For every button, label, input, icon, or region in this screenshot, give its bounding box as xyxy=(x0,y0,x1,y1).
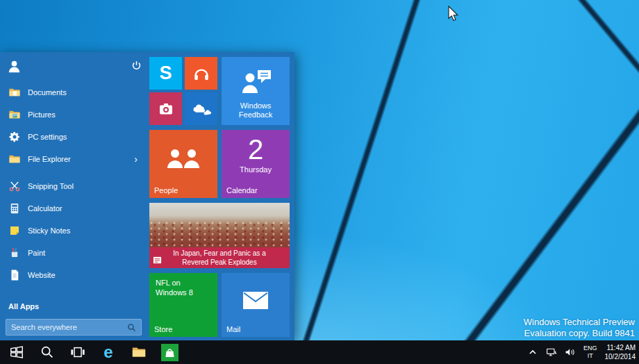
tile-music-preview[interactable] xyxy=(185,57,217,90)
wallpaper-beam xyxy=(272,0,443,364)
tile-label: Store xyxy=(154,325,172,333)
tile-news[interactable]: In Japan, Fear and Panic as a Revered Pe… xyxy=(149,203,290,268)
watermark-line2: Evaluation copy. Build 9841 xyxy=(524,328,635,338)
tile-label: Mail xyxy=(226,325,240,333)
start-menu-item-documents[interactable]: Documents xyxy=(0,83,146,102)
envelope-icon xyxy=(242,291,269,310)
tile-label: Windows Feedback xyxy=(222,101,290,121)
language-indicator[interactable]: ENG IT xyxy=(583,345,597,361)
taskbar-search-button[interactable] xyxy=(32,340,63,364)
scissors-icon xyxy=(8,180,21,192)
menu-item-label: Documents xyxy=(28,88,67,97)
user-icon xyxy=(6,58,22,74)
camera-icon xyxy=(158,101,174,117)
tile-camera[interactable] xyxy=(149,92,182,125)
search-icon[interactable] xyxy=(127,323,136,332)
menu-item-label: Website xyxy=(28,271,56,279)
sticky-note-icon xyxy=(8,224,21,237)
news-headline-line1: In Japan, Fear and Panic as a xyxy=(173,249,265,258)
feedback-person-icon xyxy=(240,67,273,97)
menu-item-label: Calculator xyxy=(28,204,63,213)
start-menu: Documents Pictures PC settings File Expl… xyxy=(0,52,294,340)
menu-item-label: Paint xyxy=(28,249,45,257)
file-explorer-icon xyxy=(8,153,21,165)
wallpaper-beam xyxy=(540,0,639,117)
menu-item-label: PC settings xyxy=(28,133,67,141)
windows-logo-icon xyxy=(9,345,24,360)
internet-explorer-icon: e xyxy=(103,344,113,361)
calendar-day-name: Thursday xyxy=(222,165,290,174)
search-box xyxy=(6,319,142,336)
tile-mail[interactable]: Mail xyxy=(222,273,290,337)
pictures-folder-icon xyxy=(8,108,21,121)
start-menu-item-pictures[interactable]: Pictures xyxy=(0,105,146,124)
newspaper-icon xyxy=(153,256,162,265)
calendar-day-number: 2 xyxy=(222,135,290,163)
store-button[interactable] xyxy=(154,340,185,364)
news-crowd-texture xyxy=(149,221,290,249)
start-menu-item-website[interactable]: Website xyxy=(0,265,146,285)
folder-icon xyxy=(131,345,147,360)
news-headline-line2: Revered Peak Explodes xyxy=(173,258,265,267)
menu-item-label: Pictures xyxy=(28,110,56,119)
paint-icon xyxy=(8,247,21,259)
start-button[interactable] xyxy=(1,340,32,364)
start-menu-item-paint[interactable]: Paint xyxy=(0,243,146,263)
taskbar: e ENG xyxy=(0,340,639,364)
watermark-line1: Windows Technical Preview xyxy=(524,317,635,327)
start-menu-item-calculator[interactable]: Calculator xyxy=(0,199,146,218)
system-tray: ENG IT 11:42 AM 10/2/2014 xyxy=(527,340,636,364)
documents-folder-icon xyxy=(8,86,21,99)
tile-label: Calendar xyxy=(226,186,258,195)
tile-people[interactable]: People xyxy=(149,130,217,198)
clock[interactable]: 11:42 AM 10/2/2014 xyxy=(605,343,636,361)
gear-icon xyxy=(8,131,21,143)
webpage-icon xyxy=(8,269,21,281)
evaluation-watermark: Windows Technical Preview Evaluation cop… xyxy=(524,317,635,338)
search-icon xyxy=(40,345,55,360)
chevron-right-icon: › xyxy=(134,154,138,164)
tile-label: People xyxy=(154,186,178,195)
language-region: IT xyxy=(583,352,597,360)
skype-icon: S xyxy=(159,63,172,84)
power-button[interactable] xyxy=(131,60,142,72)
clouds-icon xyxy=(191,101,212,117)
start-menu-item-pc-settings[interactable]: PC settings xyxy=(0,127,146,147)
tile-windows-feedback[interactable]: Windows Feedback xyxy=(222,57,290,125)
tile-skype[interactable]: S xyxy=(149,57,182,90)
power-icon xyxy=(131,60,142,72)
calculator-icon xyxy=(8,202,21,215)
show-hidden-icons-chevron[interactable] xyxy=(527,347,538,357)
news-headline-band: In Japan, Fear and Panic as a Revered Pe… xyxy=(149,247,290,268)
tile-calendar[interactable]: 2 Thursday Calendar xyxy=(222,130,290,198)
menu-item-label: Snipping Tool xyxy=(28,182,74,190)
tile-store[interactable]: NFL on Windows 8 Store xyxy=(149,273,217,337)
store-live-text: NFL on Windows 8 xyxy=(149,273,217,298)
network-icon[interactable] xyxy=(546,347,557,357)
store-icon xyxy=(161,344,179,361)
tray-time: 11:42 AM xyxy=(605,343,636,352)
people-icon xyxy=(165,148,202,170)
language-code: ENG xyxy=(583,345,597,352)
internet-explorer-button[interactable]: e xyxy=(93,340,124,364)
start-menu-item-snipping-tool[interactable]: Snipping Tool xyxy=(0,176,146,196)
tray-date: 10/2/2014 xyxy=(605,352,636,361)
start-menu-item-sticky-notes[interactable]: Sticky Notes xyxy=(0,221,146,240)
task-view-button[interactable] xyxy=(63,340,93,364)
user-avatar[interactable] xyxy=(6,58,22,74)
all-apps-button[interactable]: All Apps xyxy=(0,297,146,316)
screen: Windows Technical Preview Evaluation cop… xyxy=(0,0,639,364)
start-menu-item-file-explorer[interactable]: File Explorer › xyxy=(0,149,146,169)
search-input[interactable] xyxy=(6,323,127,331)
all-apps-label: All Apps xyxy=(8,302,39,311)
menu-item-label: Sticky Notes xyxy=(28,226,70,235)
tile-onedrive[interactable] xyxy=(185,92,217,125)
menu-item-label: File Explorer xyxy=(28,155,71,163)
headphones-icon xyxy=(192,65,210,83)
task-view-icon xyxy=(70,345,85,360)
file-explorer-button[interactable] xyxy=(124,340,154,364)
volume-icon[interactable] xyxy=(565,347,576,357)
